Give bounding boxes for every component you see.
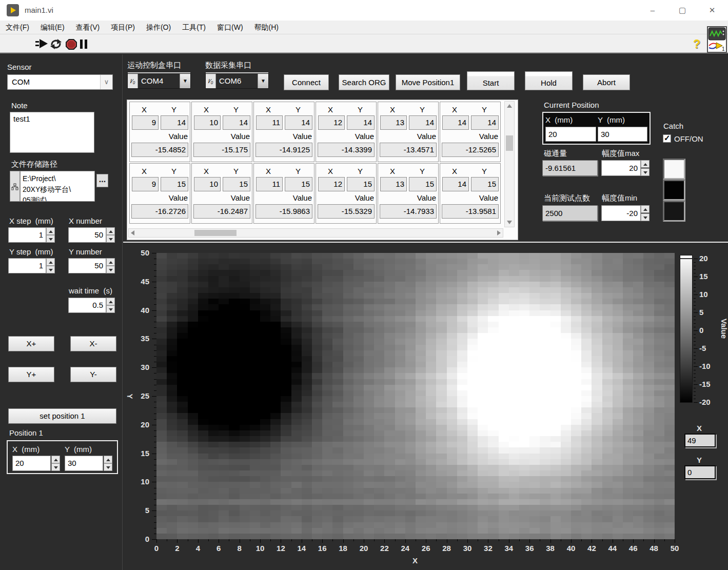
- cluster-y-value[interactable]: 14: [223, 115, 250, 130]
- path-input[interactable]: E:\Project\ 20XY移动平台\ 05测试\: [20, 171, 95, 202]
- cluster-y-value[interactable]: 14: [471, 115, 499, 130]
- cluster-x-value[interactable]: 10: [194, 115, 221, 130]
- help-icon[interactable]: ?: [693, 37, 700, 51]
- daq-port-visa[interactable]: I⁄₀ COM6 ▼: [205, 73, 269, 89]
- position1-y-stepper[interactable]: [104, 456, 112, 471]
- abort-button[interactable]: Abort: [583, 74, 630, 90]
- catch-checkbox[interactable]: [663, 134, 671, 143]
- cluster-y-value[interactable]: 14: [161, 115, 188, 130]
- menu-item-6[interactable]: 窗口(W): [211, 21, 249, 34]
- cluster-x-value[interactable]: 13: [380, 177, 407, 191]
- cluster-y-value[interactable]: 15: [471, 177, 499, 191]
- y-step-input[interactable]: 1: [8, 258, 46, 273]
- cluster-value[interactable]: -15.5329: [318, 204, 375, 219]
- motion-port-value[interactable]: COM4: [138, 74, 180, 88]
- x-plus-button[interactable]: X+: [8, 336, 54, 351]
- cluster-value[interactable]: -14.7933: [380, 204, 437, 219]
- cluster-value[interactable]: -13.9581: [442, 204, 499, 219]
- heatmap-canvas[interactable]: [156, 253, 675, 539]
- chevron-down-icon[interactable]: ∨: [100, 75, 112, 89]
- set-position1-button[interactable]: set position 1: [8, 408, 116, 424]
- menu-item-4[interactable]: 操作(O): [141, 21, 176, 34]
- cluster-x-value[interactable]: 12: [318, 115, 345, 130]
- y-minus-button[interactable]: Y-: [70, 367, 116, 382]
- cluster-y-value[interactable]: 15: [285, 177, 312, 191]
- cluster-y-value[interactable]: 14: [285, 115, 312, 130]
- current-x-value[interactable]: 20: [545, 127, 596, 142]
- cluster-x-value[interactable]: 9: [132, 115, 159, 130]
- hold-button[interactable]: Hold: [525, 71, 573, 90]
- cluster-y-value[interactable]: 15: [409, 177, 437, 191]
- amp-min-input[interactable]: -20: [601, 205, 641, 221]
- search-org-button[interactable]: Search ORG: [339, 74, 389, 90]
- cluster-value[interactable]: -13.4571: [380, 143, 437, 157]
- y-tick-label: 15: [130, 449, 149, 458]
- cluster-y-value[interactable]: 15: [347, 177, 375, 191]
- start-button[interactable]: Start: [467, 71, 515, 90]
- cluster-value[interactable]: -16.2487: [193, 204, 250, 219]
- stop-icon[interactable]: [65, 38, 77, 50]
- note-input[interactable]: test1: [10, 112, 94, 153]
- run-continuous-icon[interactable]: [50, 38, 62, 50]
- cluster-x-value[interactable]: 14: [442, 177, 469, 191]
- y-plus-button[interactable]: Y+: [8, 367, 54, 382]
- run-icon[interactable]: [35, 38, 48, 50]
- cluster-x-value[interactable]: 12: [318, 177, 345, 191]
- cluster-value[interactable]: -15.175: [193, 143, 250, 157]
- motion-port-visa[interactable]: I⁄₀ COM4 ▼: [127, 73, 191, 89]
- cluster-x-value[interactable]: 11: [256, 177, 283, 191]
- table-hscrollbar[interactable]: [128, 228, 503, 238]
- browse-button[interactable]: ...: [96, 174, 108, 187]
- amp-max-input[interactable]: 20: [601, 160, 641, 176]
- cluster-y-value[interactable]: 15: [161, 177, 188, 191]
- cluster-value[interactable]: -15.4852: [131, 143, 188, 157]
- cluster-value[interactable]: -14.9125: [255, 143, 312, 157]
- menu-item-2[interactable]: 查看(V): [70, 21, 106, 34]
- position1-x-input[interactable]: 20: [12, 456, 51, 471]
- cluster-value[interactable]: -15.9863: [255, 204, 312, 219]
- path-glyph-icon[interactable]: [10, 171, 20, 202]
- close-icon[interactable]: ✕: [700, 0, 724, 21]
- maximize-icon[interactable]: ▢: [671, 0, 694, 21]
- cluster-value[interactable]: -14.3399: [318, 143, 375, 157]
- cluster-x-value[interactable]: 10: [194, 177, 221, 191]
- menu-item-0[interactable]: 文件(F): [0, 21, 35, 34]
- position1-y-input[interactable]: 30: [65, 456, 103, 471]
- menu-item-1[interactable]: 编辑(E): [35, 21, 70, 34]
- x-step-input[interactable]: 1: [8, 227, 46, 243]
- amp-max-stepper[interactable]: [641, 160, 650, 176]
- dropdown-arrow-icon[interactable]: ▼: [180, 74, 190, 88]
- amp-min-stepper[interactable]: [641, 205, 650, 221]
- y-step-stepper[interactable]: [46, 258, 55, 273]
- cluster-value[interactable]: -12.5265: [442, 143, 499, 157]
- move-position1-button[interactable]: Move Position1: [396, 74, 460, 90]
- menu-item-5[interactable]: 工具(T): [176, 21, 211, 34]
- x-step-stepper[interactable]: [46, 227, 55, 243]
- cluster-x-value[interactable]: 11: [256, 115, 283, 130]
- cluster-x-value[interactable]: 14: [442, 115, 469, 130]
- cluster-y-value[interactable]: 14: [347, 115, 375, 130]
- position1-x-stepper[interactable]: [51, 456, 60, 471]
- sensor-combo[interactable]: COM ∨: [7, 74, 113, 90]
- wait-time-stepper[interactable]: [106, 298, 115, 313]
- cluster-value[interactable]: -16.2726: [131, 204, 188, 219]
- minimize-icon[interactable]: –: [641, 0, 664, 21]
- cluster-y-value[interactable]: 15: [223, 177, 250, 191]
- x-minus-button[interactable]: X-: [70, 336, 116, 351]
- pause-icon[interactable]: [80, 40, 87, 49]
- cluster-x-value[interactable]: 13: [380, 115, 407, 130]
- x-number-stepper[interactable]: [106, 227, 115, 243]
- y-number-input[interactable]: 50: [68, 258, 106, 273]
- menu-item-7[interactable]: 帮助(H): [249, 21, 284, 34]
- cluster-y-value[interactable]: 14: [409, 115, 437, 130]
- menu-item-3[interactable]: 项目(P): [105, 21, 141, 34]
- y-number-stepper[interactable]: [106, 258, 115, 273]
- table-vscrollbar[interactable]: [504, 101, 515, 227]
- current-y-value[interactable]: 30: [598, 127, 647, 142]
- x-number-input[interactable]: 50: [68, 227, 106, 243]
- daq-port-value[interactable]: COM6: [216, 74, 258, 88]
- connect-button[interactable]: Connect: [284, 74, 329, 90]
- dropdown-arrow-icon[interactable]: ▼: [258, 74, 268, 88]
- cluster-x-value[interactable]: 9: [132, 177, 159, 191]
- wait-time-input[interactable]: 0.5: [68, 298, 106, 313]
